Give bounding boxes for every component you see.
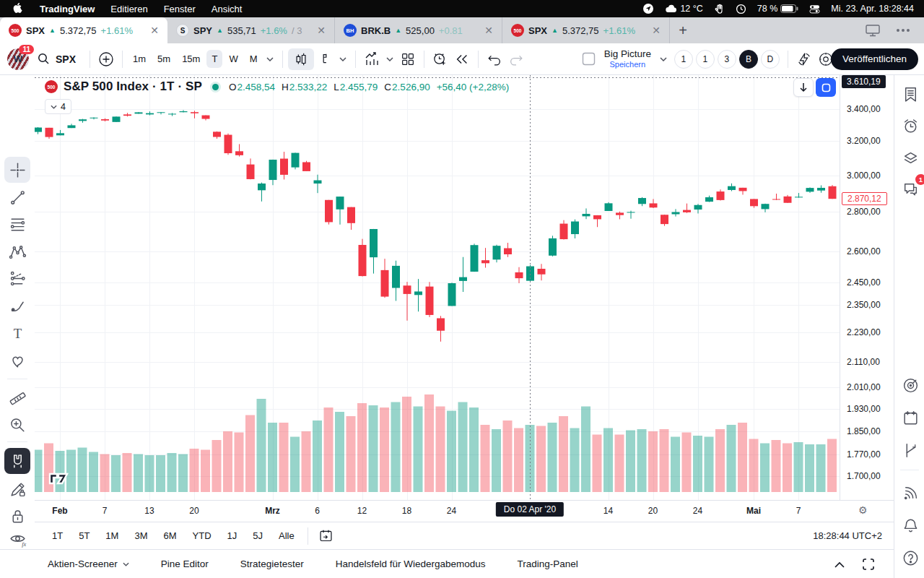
magnet-icon[interactable] (4, 448, 30, 474)
range-button-1M[interactable]: 1M (100, 527, 124, 544)
layout-slot-D-4[interactable]: D (761, 50, 780, 69)
create-alert-button[interactable] (430, 48, 451, 70)
range-button-6M[interactable]: 6M (157, 527, 182, 544)
calendar-icon[interactable] (900, 407, 920, 428)
panel-expand-chevron-icon[interactable] (834, 561, 845, 568)
symbol-search-button[interactable]: SPX (29, 53, 84, 65)
measure-ruler-icon[interactable] (4, 385, 30, 411)
hand-gesture-icon[interactable] (714, 4, 725, 14)
emoji-icon[interactable] (4, 348, 30, 374)
close-icon[interactable]: ✕ (314, 25, 328, 36)
control-center-icon[interactable] (809, 4, 820, 14)
battery-item[interactable]: 78 % (757, 4, 799, 14)
range-button-3M[interactable]: 3M (128, 527, 153, 544)
screener-radar-icon[interactable] (900, 375, 920, 395)
chart-canvas[interactable] (35, 75, 840, 500)
interval-button-T[interactable]: T (206, 50, 222, 68)
interval-button-5m[interactable]: 5m (152, 50, 175, 68)
interval-button-M[interactable]: M (245, 50, 263, 68)
tab-spx-2[interactable]: 500 SPX ▲ 5.372,75 +1.61% ✕ (502, 17, 670, 43)
range-button-YTD[interactable]: YTD (187, 527, 217, 544)
redo-button[interactable] (505, 48, 527, 70)
location-icon[interactable] (642, 3, 654, 14)
interval-button-W[interactable]: W (224, 50, 243, 68)
chat-icon[interactable]: 1 (900, 179, 920, 199)
help-icon[interactable] (900, 548, 920, 568)
tradingview-watermark-logo[interactable] (48, 470, 74, 487)
overflow-menu-icon[interactable] (897, 29, 910, 32)
goto-date-button[interactable] (315, 525, 337, 547)
menu-item-ansicht[interactable]: Ansicht (212, 4, 243, 14)
range-button-Alle[interactable]: Alle (273, 527, 300, 544)
scroll-to-recent-button[interactable] (793, 78, 814, 97)
statusbar-item-screener[interactable]: Aktien-Screener (48, 558, 129, 569)
statusbar-item-replay-trading[interactable]: Handelsfeld für Wiedergabemodus (336, 558, 486, 569)
trade-ideas-icon[interactable] (900, 440, 920, 460)
statusbar-item-trading-panel[interactable]: Trading-Panel (518, 558, 578, 569)
publish-button[interactable]: Veröffentlichen (831, 48, 918, 70)
time-axis[interactable]: Do 02 Apr '20 ⚙ Feb71320Mrz6121824142024… (35, 500, 894, 522)
alerts-clock-icon[interactable] (900, 116, 920, 136)
market-status-dot-icon[interactable] (212, 84, 219, 90)
add-tab-button[interactable]: + (670, 17, 696, 43)
time-machine-icon[interactable] (736, 4, 746, 14)
layout-checkbox[interactable] (578, 48, 600, 70)
menu-item-editieren[interactable]: Editieren (110, 4, 147, 14)
indicators-button[interactable] (361, 48, 383, 70)
notifications-icon[interactable] (900, 515, 920, 535)
range-button-1J[interactable]: 1J (222, 527, 243, 544)
statusbar-item-pine-editor[interactable]: Pine Editor (161, 558, 209, 569)
undo-button[interactable] (484, 48, 505, 70)
brush-icon[interactable] (4, 293, 30, 319)
range-button-5T[interactable]: 5T (73, 527, 95, 544)
layout-slot-B-3[interactable]: B (739, 50, 758, 69)
quick-search-flash-icon[interactable] (793, 48, 815, 70)
interval-button-15m[interactable]: 15m (177, 50, 205, 68)
menu-app-name[interactable]: TradingView (40, 4, 95, 14)
statusbar-item-strategy-tester[interactable]: Strategietester (240, 558, 304, 569)
draw-lock-icon[interactable] (4, 476, 30, 502)
streams-icon[interactable] (900, 483, 920, 503)
tab-spy[interactable]: S SPY ▲ 535,71 +1.6% / 3 ✕ (167, 17, 335, 43)
restore-chart-button[interactable] (816, 78, 836, 97)
indicators-chevron-down-icon[interactable] (383, 48, 397, 70)
tab-brkb[interactable]: BH BRK.B ▲ 525,00 +0.81 ✕ (335, 17, 502, 43)
fullscreen-icon[interactable] (862, 558, 875, 571)
chart-title[interactable]: S&P 500 Index · 1T · SP (64, 79, 202, 94)
forecast-icon[interactable] (4, 265, 30, 291)
user-avatar[interactable]: W11 (7, 48, 29, 70)
interval-button-1m[interactable]: 1m (128, 50, 151, 68)
multi-monitor-icon[interactable] (865, 24, 881, 37)
weather-item[interactable]: 12 °C (665, 4, 702, 14)
session-clock[interactable]: 18:28:44 UTC+2 (813, 530, 894, 541)
object-tree-icon[interactable] (900, 147, 920, 168)
close-icon[interactable]: ✕ (481, 25, 496, 36)
price-axis[interactable]: 3.610,19 2.870,12 3.400,003.200,003.000,… (840, 75, 894, 500)
layout-chevron-down-icon[interactable] (655, 48, 671, 70)
close-icon[interactable]: ✕ (649, 25, 663, 36)
indicators-collapse-button[interactable]: 4 (45, 99, 71, 114)
chart-style-chevron-down-icon[interactable] (336, 48, 350, 70)
watchlist-icon[interactable] (900, 84, 920, 104)
save-layout-button[interactable]: Speichern (610, 60, 646, 69)
layout-slot-1-1[interactable]: 1 (696, 50, 715, 69)
zoom-in-icon[interactable] (4, 412, 30, 438)
crosshair-icon[interactable] (4, 157, 30, 183)
chart-style-candles-button[interactable] (288, 48, 314, 70)
menu-item-fenster[interactable]: Fenster (164, 4, 196, 14)
chart-style-alt-button[interactable] (314, 48, 336, 70)
axis-settings-gear-icon[interactable]: ⚙ (858, 504, 868, 516)
trend-line-icon[interactable] (4, 184, 30, 210)
lock-all-icon[interactable] (4, 503, 30, 529)
layout-slot-1-0[interactable]: 1 (674, 50, 693, 69)
close-icon[interactable]: ✕ (147, 25, 162, 36)
text-tool-icon[interactable]: T (4, 320, 30, 346)
layout-slot-3-2[interactable]: 3 (718, 50, 736, 69)
range-button-1T[interactable]: 1T (46, 527, 69, 544)
fib-retracement-icon[interactable] (4, 211, 30, 237)
hide-drawings-icon[interactable]: fx (4, 526, 30, 552)
tab-spx-1[interactable]: 500 SPX ▲ 5.372,75 +1.61% ✕ (0, 17, 167, 43)
apple-logo-icon[interactable] (13, 3, 24, 15)
layout-name-label[interactable]: Big Picture (604, 48, 651, 60)
add-symbol-compare-button[interactable] (95, 48, 117, 70)
